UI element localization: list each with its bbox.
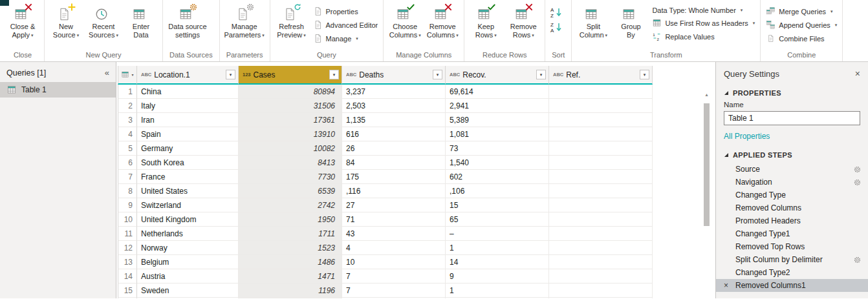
- cell-ref[interactable]: [549, 284, 653, 298]
- column-header-location[interactable]: ABC Location.1 ▾: [137, 66, 239, 85]
- cell-recov[interactable]: –: [446, 227, 549, 241]
- properties-section-header[interactable]: PROPERTIES: [724, 89, 860, 97]
- filter-button[interactable]: ▾: [640, 70, 649, 79]
- cell-deaths[interactable]: 1,135: [342, 113, 446, 127]
- cell-deaths[interactable]: 71: [342, 212, 446, 227]
- cell-location[interactable]: South Korea: [137, 156, 239, 170]
- new-source-button[interactable]: New Source▾: [47, 2, 85, 39]
- row-number-cell[interactable]: 16: [118, 298, 137, 298]
- remove-rows-button[interactable]: Remove Rows▾: [505, 2, 542, 39]
- cell-deaths[interactable]: 10: [342, 255, 446, 269]
- filter-button[interactable]: ▾: [329, 70, 339, 79]
- cell-recov[interactable]: 1: [446, 241, 549, 255]
- cell-ref[interactable]: [549, 85, 653, 99]
- cell-cases[interactable]: 1092: [239, 298, 342, 298]
- cell-ref[interactable]: [549, 184, 653, 198]
- cell-cases[interactable]: 7730: [239, 170, 342, 184]
- cell-location[interactable]: China: [137, 85, 239, 99]
- row-number-cell[interactable]: 8: [118, 184, 137, 198]
- cell-cases[interactable]: 8413: [239, 156, 342, 170]
- merge-queries-button[interactable]: Merge Queries ▾: [766, 6, 837, 16]
- row-number-cell[interactable]: 7: [118, 170, 137, 184]
- cell-cases[interactable]: 17361: [239, 113, 342, 127]
- row-number-cell[interactable]: 1: [118, 85, 137, 99]
- cell-location[interactable]: Netherlands: [137, 227, 239, 241]
- cell-location[interactable]: Italy: [137, 99, 239, 113]
- delete-step-icon[interactable]: ×: [724, 280, 728, 291]
- properties-button[interactable]: Properties: [313, 6, 378, 16]
- split-column-button[interactable]: Split Column▾: [574, 2, 612, 39]
- cell-recov[interactable]: 2,941: [446, 99, 549, 113]
- cell-location[interactable]: Spain: [137, 127, 239, 141]
- cell-recov[interactable]: 1,540: [446, 156, 549, 170]
- select-all-corner[interactable]: ▾: [118, 66, 137, 85]
- applied-step-removed-columns1-selected[interactable]: × Removed Columns1: [716, 279, 868, 292]
- cell-location[interactable]: Sweden: [137, 284, 239, 298]
- filter-button[interactable]: ▾: [433, 70, 442, 79]
- step-settings-gear-icon[interactable]: [853, 178, 862, 187]
- cell-cases[interactable]: 1471: [239, 269, 342, 284]
- cell-deaths[interactable]: 4: [342, 241, 446, 255]
- cell-recov[interactable]: 65: [446, 212, 549, 227]
- cell-location[interactable]: United States: [137, 184, 239, 198]
- sort-descending-button[interactable]: Z A: [550, 22, 563, 32]
- row-number-cell[interactable]: 11: [118, 227, 137, 241]
- cell-cases[interactable]: 1196: [239, 284, 342, 298]
- cell-cases[interactable]: 6539: [239, 184, 342, 198]
- sort-ascending-button[interactable]: A Z: [550, 7, 563, 17]
- cell-deaths[interactable]: 2,503: [342, 99, 446, 113]
- cell-ref[interactable]: [549, 298, 653, 298]
- column-header-recov[interactable]: ABC Recov. ▾: [446, 66, 549, 85]
- cell-recov[interactable]: 5,389: [446, 113, 549, 127]
- cell-ref[interactable]: [549, 198, 653, 212]
- cell-deaths[interactable]: 7: [342, 269, 446, 284]
- cell-deaths[interactable]: 43: [342, 227, 446, 241]
- cell-cases[interactable]: 1711: [239, 227, 342, 241]
- recent-sources-button[interactable]: Recent Sources▾: [85, 2, 122, 39]
- row-number-cell[interactable]: 2: [118, 99, 137, 113]
- cell-cases[interactable]: 1950: [239, 212, 342, 227]
- cell-recov[interactable]: 73: [446, 141, 549, 156]
- row-number-cell[interactable]: 5: [118, 141, 137, 156]
- manage-parameters-button[interactable]: Manage Parameters▾: [222, 2, 266, 39]
- advanced-editor-button[interactable]: Advanced Editor: [313, 20, 378, 30]
- row-number-cell[interactable]: 10: [118, 212, 137, 227]
- cell-deaths[interactable]: 616: [342, 127, 446, 141]
- row-number-cell[interactable]: 6: [118, 156, 137, 170]
- column-header-cases-selected[interactable]: 123 Cases ▾: [239, 66, 342, 85]
- applied-step-changed-type[interactable]: Changed Type: [716, 189, 868, 201]
- cell-location[interactable]: Belgium: [137, 255, 239, 269]
- cell-recov[interactable]: 602: [446, 170, 549, 184]
- applied-step-changed-type1[interactable]: Changed Type1: [716, 227, 868, 240]
- use-first-row-button[interactable]: Use First Row as Headers ▾: [652, 18, 755, 28]
- cell-ref[interactable]: [549, 255, 653, 269]
- data-source-settings-button[interactable]: Data source settings: [166, 2, 210, 39]
- cell-ref[interactable]: [549, 212, 653, 227]
- cell-location[interactable]: Austria: [137, 269, 239, 284]
- all-properties-link[interactable]: All Properties: [724, 132, 860, 141]
- row-number-cell[interactable]: 4: [118, 127, 137, 141]
- filter-button[interactable]: ▾: [536, 70, 546, 79]
- vertical-scrollbar[interactable]: ▴: [702, 90, 711, 297]
- cell-deaths[interactable]: 175: [342, 170, 446, 184]
- cell-deaths[interactable]: 4: [342, 298, 446, 298]
- manage-button[interactable]: Manage ▾: [313, 34, 378, 43]
- cell-recov[interactable]: –: [446, 298, 549, 298]
- collapse-panel-icon[interactable]: «: [105, 68, 109, 77]
- cell-deaths[interactable]: 26: [342, 141, 446, 156]
- cell-deaths[interactable]: 84: [342, 156, 446, 170]
- replace-values-button[interactable]: 1 2 Replace Values: [652, 32, 755, 41]
- query-list-item-table1[interactable]: Table 1: [0, 82, 116, 98]
- combine-files-button[interactable]: Combine Files: [766, 34, 837, 43]
- cell-cases[interactable]: 2742: [239, 198, 342, 212]
- applied-steps-section-header[interactable]: APPLIED STEPS: [724, 151, 860, 159]
- applied-step-split-column[interactable]: Split Column by Delimiter: [716, 253, 868, 266]
- row-number-cell[interactable]: 14: [118, 269, 137, 284]
- cell-deaths[interactable]: 27: [342, 198, 446, 212]
- cell-location[interactable]: Norway: [137, 241, 239, 255]
- choose-columns-button[interactable]: Choose Columns▾: [386, 2, 424, 39]
- row-number-cell[interactable]: 9: [118, 198, 137, 212]
- remove-columns-button[interactable]: Remove Columns▾: [424, 2, 461, 39]
- cell-location[interactable]: France: [137, 170, 239, 184]
- query-name-input[interactable]: [724, 111, 860, 125]
